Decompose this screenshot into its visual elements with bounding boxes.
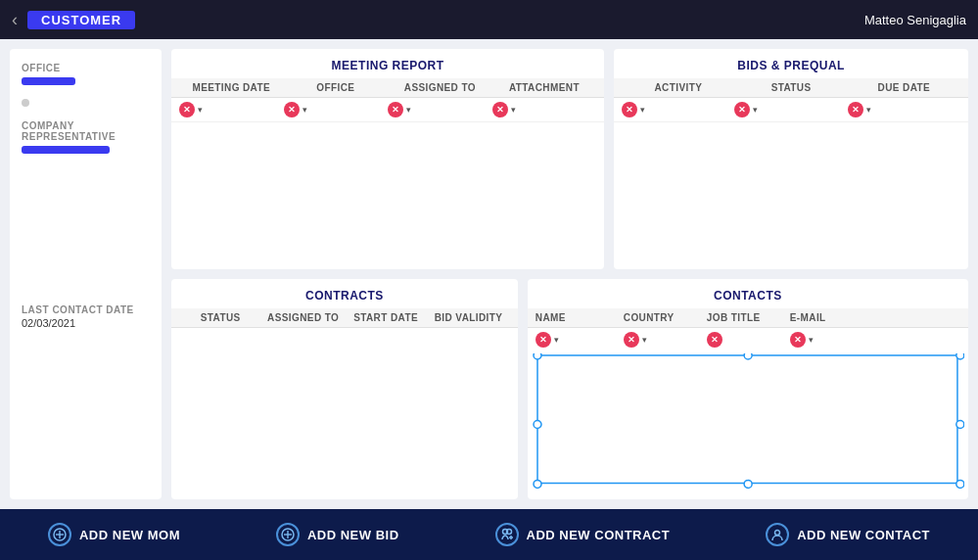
- top-row: MEETING REPORT MEETING DATE OFFICE ASSIG…: [171, 49, 968, 269]
- topbar-user: Matteo Senigaglia: [864, 13, 966, 27]
- contacts-email-chevron[interactable]: ▾: [809, 335, 814, 345]
- bids-duedate-x-btn[interactable]: ✕: [848, 102, 863, 117]
- sidebar-dot: [22, 99, 29, 107]
- meeting-office-control[interactable]: ✕ ▾: [284, 102, 307, 117]
- contacts-jobtitle-control[interactable]: ✕: [707, 332, 722, 348]
- back-button[interactable]: ‹: [12, 10, 18, 30]
- handle-tc[interactable]: [744, 353, 752, 359]
- company-rep-label: COMPANY REPRESENTATIVE: [22, 120, 150, 142]
- contacts-col-name: NAME: [536, 312, 624, 323]
- bids-activity-x-btn[interactable]: ✕: [622, 102, 637, 117]
- bids-col-status: STATUS: [734, 82, 847, 93]
- contacts-title: CONTACTS: [528, 279, 968, 308]
- meeting-office-x-btn[interactable]: ✕: [284, 102, 300, 117]
- main-area: OFFICE COMPANY REPRESENTATIVE LAST CONTA…: [0, 39, 978, 509]
- meeting-date-x-btn[interactable]: ✕: [179, 102, 195, 117]
- contacts-col-email: E-MAIL: [790, 312, 960, 323]
- add-new-mom-button[interactable]: ADD NEW MOM: [28, 523, 200, 546]
- add-new-bid-button[interactable]: ADD NEW BID: [256, 523, 419, 546]
- contracts-col-assigned: ASSIGNED TO: [261, 312, 344, 323]
- meeting-col-office: OFFICE: [284, 82, 389, 93]
- bottom-bar: ADD NEW MOM ADD NEW BID ADD NEW CONTRACT: [0, 509, 978, 560]
- bids-duedate-control[interactable]: ✕ ▾: [848, 102, 871, 117]
- add-contract-icon: [495, 523, 519, 546]
- meeting-assigned-chevron[interactable]: ▾: [406, 105, 411, 115]
- svg-rect-5: [284, 534, 292, 535]
- add-mom-icon: [48, 523, 71, 546]
- office-label: OFFICE: [22, 63, 150, 73]
- bids-duedate-chevron[interactable]: ▾: [866, 105, 871, 115]
- handle-tl[interactable]: [534, 353, 541, 359]
- contacts-col-country: COUNTRY: [624, 312, 707, 323]
- contacts-country-chevron[interactable]: ▾: [642, 335, 647, 345]
- meeting-cell-date: ✕ ▾: [179, 102, 284, 117]
- bids-status-chevron[interactable]: ▾: [753, 105, 758, 115]
- contacts-country-control[interactable]: ✕ ▾: [624, 332, 647, 348]
- contracts-title: CONTRACTS: [171, 279, 518, 308]
- handle-bl[interactable]: [534, 480, 541, 488]
- add-new-contract-button[interactable]: ADD NEW CONTRACT: [476, 523, 690, 546]
- add-contact-label: ADD NEW CONTACT: [797, 528, 930, 542]
- contacts-cell-country: ✕ ▾: [624, 332, 707, 348]
- bids-cell-duedate: ✕ ▾: [848, 102, 960, 117]
- bids-activity-chevron[interactable]: ▾: [640, 105, 645, 115]
- bids-cell-status: ✕ ▾: [734, 102, 847, 117]
- add-contract-label: ADD NEW CONTRACT: [527, 528, 671, 542]
- contacts-country-x-btn[interactable]: ✕: [624, 332, 639, 348]
- meeting-date-control[interactable]: ✕ ▾: [179, 102, 203, 117]
- meeting-office-chevron[interactable]: ▾: [303, 105, 307, 115]
- meeting-cell-attachment: ✕ ▾: [492, 102, 597, 117]
- contracts-panel: CONTRACTS STATUS ASSIGNED TO START DATE …: [171, 279, 518, 499]
- contacts-cell-email: ✕ ▾: [790, 332, 960, 348]
- meeting-cell-office: ✕ ▾: [284, 102, 389, 117]
- meeting-col-attachment: ATTACHMENT: [492, 82, 597, 93]
- meeting-col-date: MEETING DATE: [179, 82, 284, 93]
- meeting-data-row: ✕ ▾ ✕ ▾ ✕ ▾: [171, 98, 604, 122]
- handle-bc[interactable]: [744, 480, 752, 488]
- office-value-bar: [22, 77, 75, 85]
- handle-br[interactable]: [956, 480, 964, 488]
- contacts-email-control[interactable]: ✕ ▾: [790, 332, 814, 348]
- last-contact-label: LAST CONTACT DATE: [22, 304, 150, 315]
- add-bid-icon: [276, 523, 300, 546]
- contracts-col-status: STATUS: [179, 312, 261, 323]
- contacts-jobtitle-x-btn[interactable]: ✕: [707, 332, 722, 348]
- contacts-data-row: ✕ ▾ ✕ ▾ ✕: [528, 328, 968, 351]
- add-bid-label: ADD NEW BID: [307, 528, 399, 542]
- contracts-col-bidvalidity: BID VALIDITY: [427, 312, 509, 323]
- bids-status-control[interactable]: ✕ ▾: [734, 102, 758, 117]
- bids-activity-control[interactable]: ✕ ▾: [622, 102, 645, 117]
- contacts-name-control[interactable]: ✕ ▾: [536, 332, 559, 348]
- meeting-assigned-x-btn[interactable]: ✕: [388, 102, 403, 117]
- add-contact-icon: [766, 523, 789, 546]
- meeting-report-panel: MEETING REPORT MEETING DATE OFFICE ASSIG…: [171, 49, 604, 269]
- meeting-date-chevron[interactable]: ▾: [198, 105, 203, 115]
- contacts-header: NAME COUNTRY JOB TITLE E-MAIL: [528, 308, 968, 328]
- contracts-col-startdate: START DATE: [345, 312, 427, 323]
- handle-ml[interactable]: [534, 421, 541, 429]
- meeting-attachment-chevron[interactable]: ▾: [511, 105, 516, 115]
- topbar-left: ‹ CUSTOMER: [12, 10, 135, 30]
- contacts-email-x-btn[interactable]: ✕: [790, 332, 806, 348]
- bids-status-x-btn[interactable]: ✕: [734, 102, 750, 117]
- topbar: ‹ CUSTOMER Matteo Senigaglia: [0, 0, 978, 39]
- bids-header: ACTIVITY STATUS DUE DATE: [614, 78, 968, 98]
- meeting-attachment-x-btn[interactable]: ✕: [492, 102, 508, 117]
- last-contact-date: 02/03/2021: [22, 317, 150, 329]
- company-rep-value-bar: [22, 146, 110, 154]
- bids-prequal-panel: BIDS & PREQUAL ACTIVITY STATUS DUE DATE …: [614, 49, 968, 269]
- topbar-title: CUSTOMER: [27, 11, 135, 29]
- contacts-col-jobtitle: JOB TITLE: [707, 312, 790, 323]
- handle-tr[interactable]: [956, 353, 964, 359]
- svg-point-7: [506, 530, 511, 535]
- contacts-name-x-btn[interactable]: ✕: [536, 332, 551, 348]
- meeting-assigned-control[interactable]: ✕ ▾: [388, 102, 411, 117]
- sidebar: OFFICE COMPANY REPRESENTATIVE LAST CONTA…: [10, 49, 162, 499]
- meeting-attachment-control[interactable]: ✕ ▾: [492, 102, 516, 117]
- add-new-contact-button[interactable]: ADD NEW CONTACT: [746, 523, 950, 546]
- contacts-cell-jobtitle: ✕: [707, 332, 790, 348]
- handle-mr[interactable]: [956, 421, 964, 429]
- bids-cell-activity: ✕ ▾: [622, 102, 734, 117]
- contacts-name-chevron[interactable]: ▾: [554, 335, 559, 345]
- svg-point-10: [775, 531, 780, 536]
